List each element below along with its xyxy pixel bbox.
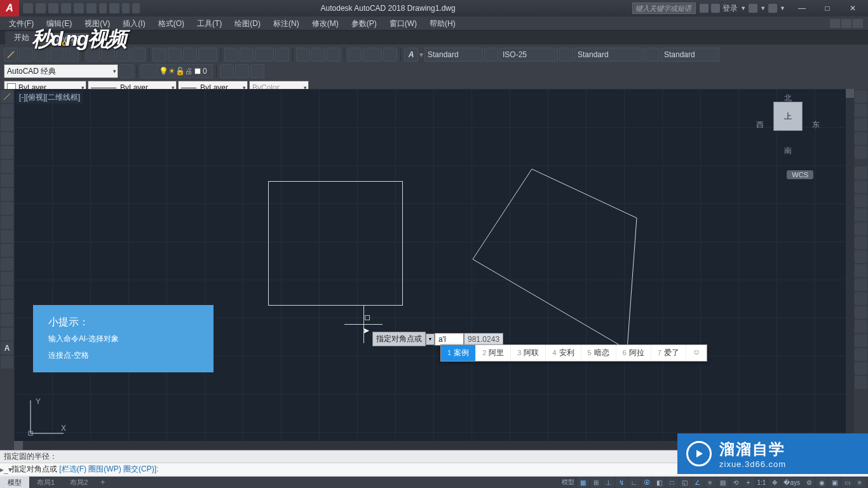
draw-circle-icon[interactable] bbox=[1, 174, 13, 187]
qat-save-icon[interactable] bbox=[48, 3, 58, 13]
menu-view[interactable]: 视图(V) bbox=[78, 17, 116, 30]
ime-candidate-bar[interactable]: 1案例 2阿里 3阿联 4安利 5暗恋 6阿拉 7爱了 ☺ bbox=[440, 344, 707, 362]
tool-boundary-icon[interactable] bbox=[327, 48, 341, 62]
status-snap-icon[interactable]: ⊞ bbox=[590, 477, 602, 487]
ime-item-7[interactable]: 7爱了 bbox=[651, 345, 686, 361]
tool-pline-icon[interactable] bbox=[19, 48, 33, 62]
tool-table-icon[interactable] bbox=[383, 48, 397, 62]
draw-polygon-icon[interactable] bbox=[1, 132, 13, 145]
draw-ellipsearc-icon[interactable] bbox=[1, 230, 13, 243]
draw-arc-icon[interactable] bbox=[1, 160, 13, 173]
tab-start[interactable]: 开始 bbox=[5, 31, 38, 44]
command-prompt-icon[interactable]: ▸_▾ bbox=[0, 465, 11, 474]
scroll-left-icon[interactable] bbox=[14, 441, 23, 450]
status-transparency-icon[interactable]: ▤ bbox=[717, 477, 729, 487]
tool-line-icon[interactable] bbox=[4, 48, 18, 62]
status-grid-icon[interactable]: ▦ bbox=[578, 477, 589, 487]
status-workspace-icon[interactable]: ⚙ bbox=[803, 477, 815, 487]
status-osnap-icon[interactable]: □ bbox=[667, 477, 678, 487]
menu-tools[interactable]: 工具(T) bbox=[191, 17, 228, 30]
status-annomonitor-icon[interactable]: + bbox=[743, 477, 754, 487]
tool-dim-icon[interactable] bbox=[348, 48, 362, 62]
draw-table-icon[interactable] bbox=[1, 328, 13, 341]
mod-copy-icon[interactable] bbox=[855, 180, 867, 193]
layer-off-icon[interactable] bbox=[250, 64, 264, 78]
qat-undo-drop-icon[interactable] bbox=[99, 3, 107, 13]
qat-open-icon[interactable] bbox=[36, 3, 46, 13]
menu-modify[interactable]: 修改(M) bbox=[306, 17, 345, 30]
infocenter-search[interactable]: 键入关键字或短语 bbox=[632, 3, 696, 14]
draw-ellipse-icon[interactable] bbox=[1, 216, 13, 229]
tool-mirror-icon[interactable] bbox=[101, 48, 115, 62]
mleader-style-combo[interactable]: Standard▾ bbox=[661, 48, 719, 62]
tool-copy-icon[interactable] bbox=[86, 48, 100, 62]
status-infer-icon[interactable]: ⊥ bbox=[603, 477, 614, 487]
menu-draw[interactable]: 绘图(D) bbox=[228, 17, 267, 30]
help-icon[interactable] bbox=[768, 4, 777, 13]
menu-help[interactable]: 帮助(H) bbox=[423, 17, 462, 30]
tool-tablestyle-icon[interactable] bbox=[559, 48, 573, 62]
status-ortho-icon[interactable]: ∟ bbox=[628, 477, 640, 487]
menu-file[interactable]: 文件(F) bbox=[3, 17, 40, 30]
autodesk-account-icon[interactable] bbox=[700, 4, 709, 13]
tool-dim-drop-icon[interactable] bbox=[363, 48, 382, 62]
vertical-scrollbar[interactable] bbox=[845, 89, 854, 450]
viewport-label[interactable]: [-][俯视][二维线框] bbox=[17, 92, 83, 104]
mod-explode-icon[interactable] bbox=[855, 376, 867, 389]
qat-more-icon[interactable] bbox=[132, 3, 140, 13]
tool-stretch-icon[interactable] bbox=[240, 48, 254, 62]
dyn-input-field[interactable]: a'l bbox=[435, 333, 464, 346]
draw-gradient-icon[interactable] bbox=[1, 300, 13, 313]
tool-offset-icon[interactable] bbox=[116, 48, 130, 62]
tool-rotate-icon[interactable] bbox=[168, 48, 182, 62]
login-link[interactable]: 登录 bbox=[722, 3, 738, 14]
status-hardware-icon[interactable]: ◉ bbox=[816, 477, 827, 487]
nav-wheel-icon[interactable] bbox=[855, 90, 867, 103]
ime-item-1[interactable]: 1案例 bbox=[441, 345, 476, 361]
dyn-dropdown-icon[interactable]: ▼ bbox=[426, 334, 435, 345]
tool-explode-icon[interactable] bbox=[275, 48, 289, 62]
ime-item-2[interactable]: 2阿里 bbox=[476, 345, 511, 361]
tool-dimstyle-icon[interactable] bbox=[484, 48, 498, 62]
mod-break-icon[interactable] bbox=[855, 320, 867, 333]
status-scale[interactable]: 1:1 bbox=[756, 477, 768, 487]
tool-move-icon[interactable] bbox=[153, 48, 166, 62]
qat-new-icon[interactable] bbox=[23, 3, 33, 13]
mod-chamfer-icon[interactable] bbox=[855, 348, 867, 361]
draw-xline-icon[interactable] bbox=[1, 104, 13, 117]
tool-gradient-icon[interactable] bbox=[311, 48, 325, 62]
tool-circle-icon[interactable] bbox=[34, 48, 48, 62]
draw-line-icon[interactable] bbox=[1, 90, 13, 103]
doc-minimize-icon[interactable] bbox=[830, 19, 840, 28]
status-dynamic-icon[interactable]: ↯ bbox=[616, 477, 627, 487]
status-gear-icon[interactable]: ✥ bbox=[769, 477, 780, 487]
status-otrack-icon[interactable]: ∠ bbox=[692, 477, 703, 487]
ime-item-5[interactable]: 5暗恋 bbox=[581, 345, 616, 361]
draw-addsel-icon[interactable] bbox=[1, 356, 13, 369]
mod-erase-icon[interactable] bbox=[855, 166, 867, 179]
nav-orbit-icon[interactable] bbox=[855, 132, 867, 145]
tool-arc-icon[interactable] bbox=[50, 48, 64, 62]
menu-parametric[interactable]: 参数(P) bbox=[345, 17, 383, 30]
tool-trim-icon[interactable] bbox=[183, 48, 197, 62]
status-cycling-icon[interactable]: ⟲ bbox=[730, 477, 742, 487]
tool-extend-icon[interactable] bbox=[198, 48, 217, 62]
draw-block-icon[interactable] bbox=[1, 258, 13, 271]
tool-array-icon[interactable] bbox=[132, 48, 146, 62]
tool-text-icon[interactable]: A bbox=[404, 48, 418, 62]
menu-insert[interactable]: 插入(I) bbox=[116, 17, 151, 30]
draw-mtext-icon[interactable]: A bbox=[1, 342, 13, 355]
doc-restore-icon[interactable] bbox=[841, 19, 851, 28]
mod-join-icon[interactable] bbox=[855, 334, 867, 347]
layout-tab-model[interactable]: 模型 bbox=[0, 477, 29, 488]
tool-fillet-icon[interactable] bbox=[255, 48, 274, 62]
drawing-canvas[interactable]: [-][俯视][二维线框] ➤ 指定对角点或 ▼ a'l 981.0243 1案… bbox=[14, 89, 845, 450]
mod-fillet-icon[interactable] bbox=[855, 362, 867, 375]
status-iso-icon[interactable]: ◧ bbox=[654, 477, 665, 487]
tab-new-icon[interactable]: + bbox=[91, 33, 102, 44]
nav-zoom-icon[interactable] bbox=[855, 118, 867, 131]
mod-trim-icon[interactable] bbox=[855, 292, 867, 305]
user-icon[interactable] bbox=[711, 4, 720, 13]
ime-emoji-icon[interactable]: ☺ bbox=[686, 345, 707, 361]
mod-extend-icon[interactable] bbox=[855, 306, 867, 319]
